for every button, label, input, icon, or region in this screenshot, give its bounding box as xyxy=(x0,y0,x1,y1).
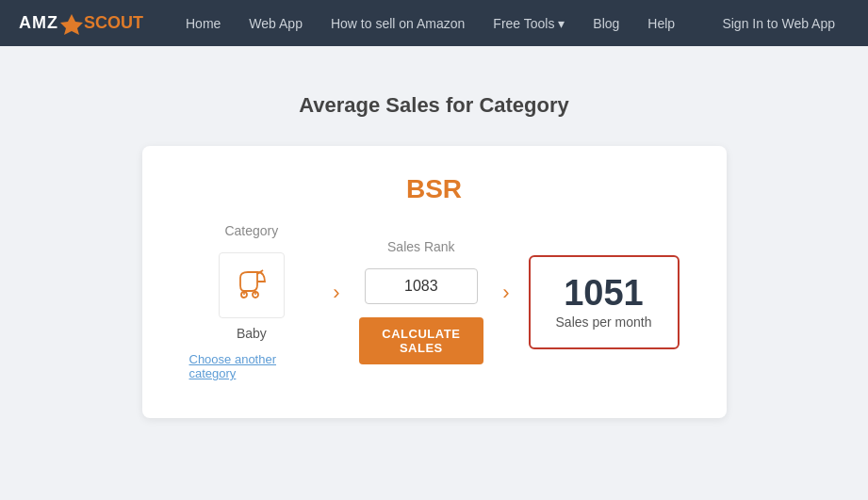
salesrank-column: Sales Rank CALCULATE SALES xyxy=(350,239,494,364)
logo-icon xyxy=(60,12,83,35)
category-icon-box xyxy=(219,252,285,318)
result-label: Sales per month xyxy=(556,315,652,330)
page-title: Average Sales for Category xyxy=(299,93,569,118)
nav-blog[interactable]: Blog xyxy=(579,0,633,46)
choose-category-link[interactable]: Choose another category xyxy=(189,352,315,380)
calculate-button[interactable]: CALCULATE SALES xyxy=(359,317,484,364)
logo-text: AMZ xyxy=(19,13,58,33)
arrow-1: › xyxy=(323,281,349,305)
logo[interactable]: AMZ SCOUT xyxy=(19,12,143,35)
category-header: Category xyxy=(224,223,278,238)
salesrank-header: Sales Rank xyxy=(387,239,455,254)
signin-button[interactable]: Sign In to Web App xyxy=(708,0,849,46)
calculator-card: BSR Category xyxy=(142,146,727,418)
navbar: AMZ SCOUT Home Web App How to sell on Am… xyxy=(0,0,868,46)
nav-help[interactable]: Help xyxy=(633,0,689,46)
svg-marker-0 xyxy=(60,14,83,35)
arrow-2: › xyxy=(493,281,518,305)
category-name: Baby xyxy=(237,326,267,341)
nav-links: Home Web App How to sell on Amazon Free … xyxy=(172,0,708,46)
bsr-label: BSR xyxy=(406,174,462,204)
nav-freetools[interactable]: Free Tools ▾ xyxy=(479,0,579,46)
nav-howto[interactable]: How to sell on Amazon xyxy=(317,0,479,46)
logo-scout: SCOUT xyxy=(84,13,143,33)
rank-input[interactable] xyxy=(365,268,478,304)
category-column: Category xyxy=(180,223,324,380)
card-columns: Category xyxy=(180,223,689,380)
baby-stroller-icon xyxy=(231,265,272,306)
result-box: 1051 Sales per month xyxy=(529,255,680,349)
result-number: 1051 xyxy=(564,275,644,311)
nav-webapp[interactable]: Web App xyxy=(235,0,317,46)
result-column: 1051 Sales per month xyxy=(519,255,689,349)
page-content: Average Sales for Category BSR Category xyxy=(0,46,868,446)
nav-home[interactable]: Home xyxy=(172,0,235,46)
